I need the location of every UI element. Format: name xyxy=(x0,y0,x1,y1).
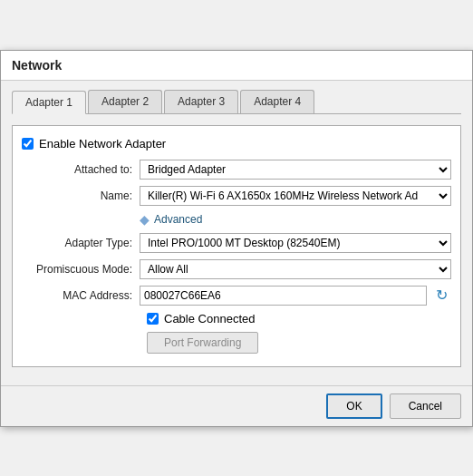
adapter-type-row: Adapter Type: Intel PRO/1000 MT Desktop … xyxy=(22,233,451,253)
dialog-buttons: OK Cancel xyxy=(1,385,472,426)
tab-adapter2[interactable]: Adapter 2 xyxy=(88,90,162,113)
ok-button[interactable]: OK xyxy=(326,393,381,419)
enable-checkbox[interactable] xyxy=(22,138,34,150)
enable-label: Enable Network Adapter xyxy=(39,137,166,151)
refresh-icon: ↻ xyxy=(436,287,448,304)
port-forwarding-button[interactable]: Port Forwarding xyxy=(147,332,258,354)
dialog-content: Adapter 1 Adapter 2 Adapter 3 Adapter 4 … xyxy=(1,81,472,385)
attached-to-select[interactable]: Bridged Adapter NAT NAT Network Host-onl… xyxy=(140,160,451,180)
promiscuous-control: Deny Allow VMs Allow All xyxy=(140,259,451,279)
dialog-titlebar: Network xyxy=(1,51,472,81)
advanced-label: Advanced xyxy=(154,213,202,226)
adapter-type-control: Intel PRO/1000 MT Desktop (82540EM) xyxy=(140,233,451,253)
enable-row: Enable Network Adapter xyxy=(22,137,451,151)
mac-input-wrap: ↻ xyxy=(140,286,451,306)
attached-to-row: Attached to: Bridged Adapter NAT NAT Net… xyxy=(22,160,451,180)
adapter-type-select[interactable]: Intel PRO/1000 MT Desktop (82540EM) xyxy=(140,233,451,253)
mac-row: MAC Address: ↻ xyxy=(22,286,451,306)
name-row: Name: Killer(R) Wi-Fi 6 AX1650x 160MHz W… xyxy=(22,186,451,206)
attached-to-label: Attached to: xyxy=(22,163,140,176)
tab-adapter1[interactable]: Adapter 1 xyxy=(12,91,86,114)
mac-input[interactable] xyxy=(140,286,427,306)
attached-to-control: Bridged Adapter NAT NAT Network Host-onl… xyxy=(140,160,451,180)
adapter-form: Enable Network Adapter Attached to: Brid… xyxy=(12,125,461,367)
dialog-title: Network xyxy=(12,58,62,73)
cable-row: Cable Connected xyxy=(147,312,451,325)
tab-bar: Adapter 1 Adapter 2 Adapter 3 Adapter 4 xyxy=(12,90,461,114)
diamond-icon: ◆ xyxy=(140,212,150,227)
cable-checkbox[interactable] xyxy=(147,313,159,325)
tab-adapter3[interactable]: Adapter 3 xyxy=(164,90,238,113)
name-label: Name: xyxy=(22,189,140,202)
tab-adapter4[interactable]: Adapter 4 xyxy=(240,90,314,113)
port-forwarding-row: Port Forwarding xyxy=(147,332,451,354)
mac-refresh-button[interactable]: ↻ xyxy=(431,286,451,306)
name-select[interactable]: Killer(R) Wi-Fi 6 AX1650x 160MHz Wireles… xyxy=(140,186,451,206)
name-control: Killer(R) Wi-Fi 6 AX1650x 160MHz Wireles… xyxy=(140,186,451,206)
cable-label: Cable Connected xyxy=(164,312,255,325)
promiscuous-select[interactable]: Deny Allow VMs Allow All xyxy=(140,259,451,279)
promiscuous-label: Promiscuous Mode: xyxy=(22,263,140,276)
adapter-type-label: Adapter Type: xyxy=(22,237,140,249)
advanced-toggle[interactable]: ◆ Advanced xyxy=(140,212,202,227)
cancel-button[interactable]: Cancel xyxy=(390,393,461,419)
mac-label: MAC Address: xyxy=(22,289,140,302)
promiscuous-row: Promiscuous Mode: Deny Allow VMs Allow A… xyxy=(22,259,451,279)
advanced-row: ◆ Advanced xyxy=(22,212,451,227)
network-dialog: Network Adapter 1 Adapter 2 Adapter 3 Ad… xyxy=(0,50,473,427)
